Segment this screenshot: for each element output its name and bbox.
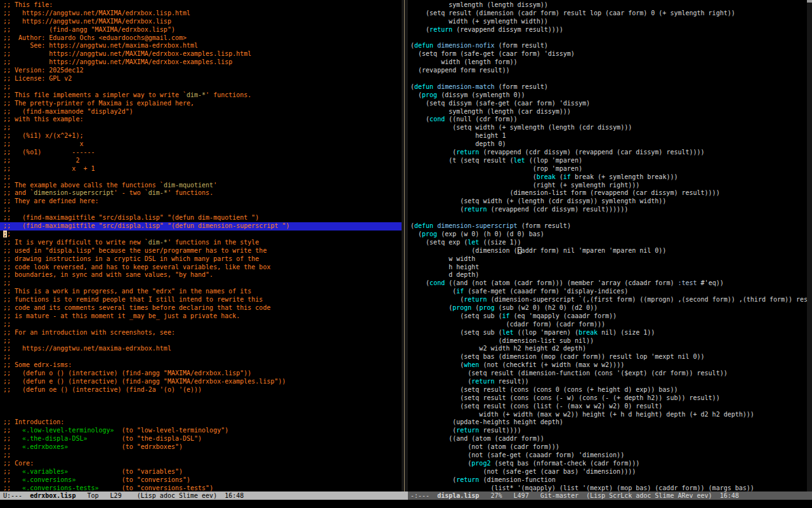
code-segment: ;; x + 1 bbox=[3, 165, 95, 172]
code-line: (right (+ symlength right))) bbox=[410, 182, 807, 190]
code-segment: width (+ width (max w w2)) height (+ h d… bbox=[410, 411, 754, 418]
echo-area[interactable] bbox=[0, 500, 812, 508]
left-scrollbar[interactable] bbox=[402, 0, 408, 491]
code-segment: ;; drawing instructions in a cryptic DSL… bbox=[3, 255, 259, 262]
code-segment: ;; functions is to remind people that I … bbox=[3, 296, 263, 303]
code-segment: ;; is mature - at this moment it _may be… bbox=[3, 312, 240, 319]
code-segment: width (+ symlength width)) bbox=[410, 18, 548, 25]
code-segment: return bbox=[456, 427, 479, 434]
code-segment: (setq result (cons (cons (- w) (cons (- … bbox=[410, 394, 720, 401]
editor-right[interactable]: symlength (length dissym)) (setq result … bbox=[408, 0, 807, 493]
code-line bbox=[3, 403, 402, 411]
code-segment: ;; 2 bbox=[3, 157, 79, 164]
code-line: symlength (length dissym)) bbox=[410, 1, 807, 10]
modeline-right-filename: displa.lisp bbox=[437, 492, 479, 499]
code-line: (if (safe-mget (caaadr form) 'display-in… bbox=[410, 288, 807, 296]
code-line: ;; The example above calls the functions… bbox=[3, 182, 402, 190]
code-line bbox=[410, 214, 807, 222]
code-segment: prog2 bbox=[471, 460, 490, 467]
code-line: ;; code look reversed, and has to keep s… bbox=[3, 264, 402, 272]
code-line: (setq result (cons (cons 0 (cons (+ heig… bbox=[410, 386, 807, 394]
code-line: (prog (exp (w 0) (h 0) (d 0) bas) bbox=[410, 231, 807, 239]
left-scrollbar-thumb[interactable] bbox=[404, 0, 405, 491]
code-segment: return bbox=[429, 26, 452, 33]
code-segment: (safe-mget (caaadr form) 'display-indice… bbox=[464, 288, 628, 295]
code-segment: if bbox=[563, 173, 571, 180]
code-segment: dim-* bbox=[148, 239, 167, 246]
code-line: (setq exp (let ((size 1)) bbox=[410, 239, 807, 247]
code-line: ;; boundaries, in sync and with sane val… bbox=[3, 271, 402, 279]
code-segment: ;; https://anggtwu.net/MAXIMA/edrxbox-ex… bbox=[3, 50, 251, 57]
code-segment: (setq width (+ symlength (length (cdr di… bbox=[410, 124, 632, 131]
code-line: (setq sub (if (eq 'mqapply (caaadr form)… bbox=[410, 312, 807, 321]
code-segment: (setq bas (dimension (mop (cadr form)) r… bbox=[410, 353, 705, 360]
code-segment: dimension-nofix bbox=[437, 42, 494, 49]
code-segment: ;; Author: Eduardo Ochs <eduardoochs@gma… bbox=[3, 34, 187, 41]
code-segment: «.conversions» bbox=[22, 476, 75, 483]
code-segment: ( bbox=[410, 149, 456, 156]
code-segment: (revappend (cdr dissym) result)))))) bbox=[487, 206, 628, 213]
code-segment: (setq form (safe-get (caar form) 'dissym… bbox=[410, 50, 575, 57]
code-line: ;; bbox=[3, 353, 402, 361]
code-segment: :test bbox=[678, 279, 697, 286]
code-segment: ( bbox=[410, 296, 464, 303]
code-segment: (to "conversions-tests") bbox=[99, 485, 214, 491]
right-scrollbar[interactable] bbox=[807, 0, 812, 491]
code-segment: ;; bbox=[3, 321, 11, 328]
code-segment: (not (safe-get (caar bas) 'dimension)))) bbox=[410, 468, 636, 475]
code-segment: ( bbox=[410, 304, 452, 311]
code-segment: result)))) bbox=[479, 427, 521, 434]
code-line: ;; (%o1) ------ bbox=[3, 149, 402, 157]
code-segment: result)) bbox=[494, 378, 528, 385]
code-segment: (t (setq result ( bbox=[410, 157, 514, 164]
code-segment: nil) (size 1)) bbox=[598, 329, 655, 336]
code-line: ;; 2 bbox=[3, 157, 402, 165]
code-segment: ;; Version: 2025dec12 bbox=[3, 67, 83, 74]
code-line: (prog2 (setq bas (nformat-check (cadr fo… bbox=[410, 460, 807, 468]
code-line: ;; (find-maximagitfile "src/displa.lisp"… bbox=[0, 222, 402, 231]
code-segment: symlength (length dissym)) bbox=[410, 1, 548, 8]
code-segment: ;; bbox=[3, 427, 22, 434]
code-line: ;; bbox=[3, 451, 402, 460]
code-segment: (dimension ( bbox=[410, 247, 518, 254]
code-line: ;; x + 1 bbox=[3, 165, 402, 173]
modeline-left[interactable]: U:--- edrxbox.lisp Top L29 (Lisp adoc Sl… bbox=[0, 491, 408, 500]
code-segment: ;; https://anggtwu.net/MAXIMA/edrxbox.li… bbox=[3, 10, 190, 17]
code-line: (break (if break (+ symlength break))) bbox=[410, 173, 807, 182]
code-line: (cond ((and (not (atom (cadr form))) (me… bbox=[410, 279, 807, 288]
code-segment: (eq 'mqapply (caaadr form)) bbox=[510, 312, 617, 319]
code-line: (setq dissym (safe-get (caar form) 'diss… bbox=[410, 100, 807, 108]
code-line: width (+ symlength width)) bbox=[410, 18, 807, 26]
editor-left[interactable]: ;; This file:;; https://anggtwu.net/MAXI… bbox=[0, 0, 402, 493]
code-segment: ( bbox=[410, 279, 429, 286]
modeline-left-flags: U:--- bbox=[3, 492, 30, 499]
code-line: (setq form (safe-get (caar form) 'dissym… bbox=[410, 50, 807, 58]
code-line: ;; Version: 2025dec12 bbox=[3, 67, 402, 75]
code-segment: ;; bbox=[3, 443, 22, 450]
code-segment: (to "the-displa-DSL") bbox=[87, 435, 202, 442]
code-segment: if bbox=[502, 312, 510, 319]
code-segment: ;; bbox=[3, 451, 11, 458]
code-segment: (to "edrxboxes") bbox=[68, 443, 183, 450]
code-line: ;; bbox=[3, 124, 402, 132]
code-segment: (form result) bbox=[518, 222, 571, 229]
code-line: (return result)) bbox=[410, 378, 807, 386]
code-line: ;; «.low-level-terminology» (to "low-lev… bbox=[3, 427, 402, 435]
code-segment: let bbox=[502, 329, 514, 336]
code-segment: ;; bbox=[3, 435, 22, 442]
code-line: ;; bbox=[3, 279, 402, 288]
modeline-right[interactable]: -:--- displa.lisp 27% L497 Git-master (L… bbox=[408, 491, 812, 500]
code-segment: addr form) nil 'mparen 'mparen nil 0)) bbox=[521, 247, 667, 254]
code-segment: ( bbox=[410, 476, 456, 483]
code-segment: ( bbox=[410, 116, 429, 123]
code-line: (return (dimension-superscript `(,(first… bbox=[410, 296, 807, 304]
right-scrollbar-thumb[interactable] bbox=[807, 0, 812, 3]
code-segment: (cdadr form) (cadr form))) bbox=[410, 321, 605, 328]
code-segment: cond bbox=[429, 279, 445, 286]
code-segment: «.low-level-terminology» bbox=[22, 427, 114, 434]
code-segment: return bbox=[456, 149, 479, 156]
code-line: ;; bbox=[3, 206, 402, 214]
code-line: ;; For an introduction with screenshots,… bbox=[3, 329, 402, 337]
code-line: (defun dimension-nofix (form result) bbox=[410, 42, 807, 50]
code-line bbox=[3, 411, 402, 419]
